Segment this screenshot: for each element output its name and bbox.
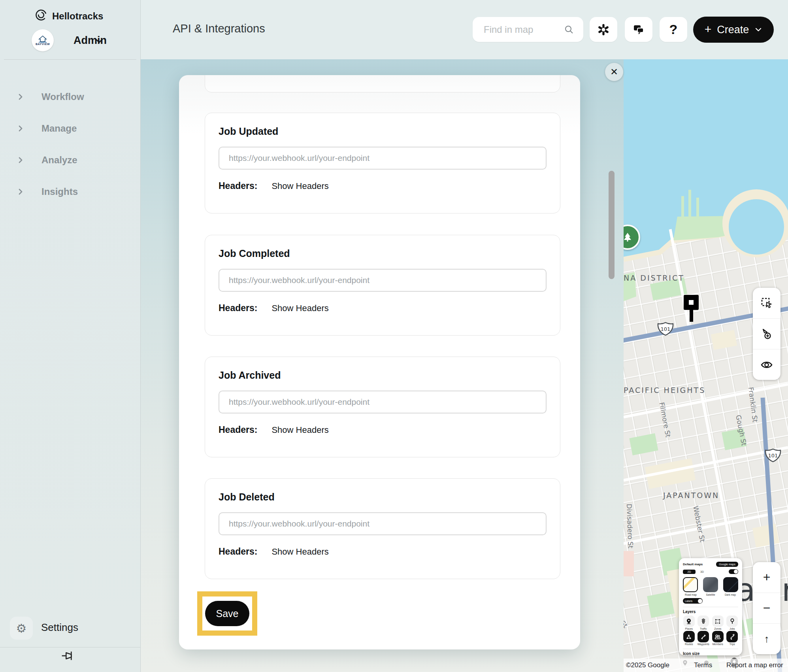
chevron-right-icon (17, 124, 25, 133)
layer-waypoints[interactable]: Waypoints (698, 631, 710, 646)
map-zoom-panel: + − ↑ (753, 562, 780, 654)
sidebar-item-workflow[interactable]: Workflow (0, 88, 140, 106)
sidebar-divider (0, 647, 140, 647)
map-terms-link[interactable]: Terms (694, 661, 712, 669)
modal-scrollbar-thumb[interactable] (609, 171, 615, 279)
openai-icon (597, 23, 610, 36)
save-highlight-annotation: Save (197, 591, 257, 636)
zones-icon (715, 619, 720, 624)
section-title: Job Archived (219, 370, 560, 381)
webhook-card-job-updated: Job Updated Headers: Show Headers (205, 113, 560, 213)
sidebar: Hellotracks BAYVIEW Admin Workflow Manag… (0, 0, 141, 672)
help-button[interactable]: ? (660, 17, 687, 42)
headers-label: Headers: (219, 546, 257, 557)
chat-button[interactable] (625, 17, 652, 42)
webhook-card-job-deleted: Job Deleted Headers: Show Headers (205, 478, 560, 579)
layer-zones[interactable]: Zones (712, 615, 724, 630)
app-window: a r NA DISTRICT PACIFIC HEIGHTS JAPANTOW… (0, 0, 788, 672)
routes-icon (686, 634, 692, 640)
map-attribution: ©2025 Google Terms Report a map error (624, 659, 788, 672)
search-input[interactable] (483, 24, 564, 36)
chevron-down-icon[interactable] (95, 38, 104, 45)
headers-label: Headers: (219, 425, 257, 435)
webhook-url-input[interactable] (219, 147, 547, 170)
chevron-right-icon (17, 156, 25, 164)
layer-members[interactable]: Members (712, 631, 724, 646)
google-maps-button[interactable]: Google maps (716, 562, 738, 567)
gear-icon: ⚙ (16, 621, 27, 635)
layer-traffic[interactable]: Traffic (698, 615, 710, 630)
chevron-right-icon (17, 92, 25, 101)
webhook-card-job-archived: Job Archived Headers: Show Headers (205, 357, 560, 457)
marquee-select-button[interactable] (753, 288, 780, 319)
add-place-cursor-button[interactable] (753, 319, 780, 349)
create-button[interactable]: + Create (693, 17, 774, 43)
dark-map-thumb[interactable] (723, 577, 738, 592)
map-mode-toggle[interactable] (729, 569, 738, 574)
webhook-url-input[interactable] (219, 512, 547, 535)
layers-title: Layers (683, 610, 738, 614)
show-headers-link[interactable]: Show Headers (271, 547, 328, 557)
section-title: Job Deleted (219, 491, 560, 503)
section-title: Job Completed (219, 248, 560, 259)
map-search (473, 17, 583, 42)
places-icon (686, 618, 692, 624)
recenter-button[interactable]: ↑ (753, 624, 780, 654)
traffic-icon (701, 618, 706, 624)
show-headers-link[interactable]: Show Headers (271, 303, 328, 313)
satellite-label: Satellite (703, 593, 718, 596)
mode-3d-label[interactable]: 3D (700, 570, 704, 573)
road-map-label: Road map (683, 593, 699, 596)
webhook-url-input[interactable] (219, 391, 547, 413)
map-canvas[interactable]: a r NA DISTRICT PACIFIC HEIGHTS JAPANTOW… (624, 59, 788, 672)
pin-sidebar-icon[interactable] (60, 651, 76, 661)
map-tools-panel (753, 288, 780, 380)
show-headers-link[interactable]: Show Headers (271, 181, 328, 191)
dark-map-label: Dark map (722, 593, 738, 596)
road-map-thumb[interactable] (683, 577, 698, 592)
map-street-label: Divisadero St (625, 504, 635, 549)
sidebar-item-insights[interactable]: Insights (0, 183, 140, 201)
section-title: Job Updated (219, 126, 560, 137)
satellite-thumb[interactable] (703, 577, 718, 592)
route-101-shield: 101 (657, 322, 674, 336)
visibility-button[interactable] (753, 349, 780, 380)
headers-label: Headers: (219, 181, 257, 191)
save-button[interactable]: Save (205, 601, 249, 626)
close-button[interactable]: ✕ (605, 63, 623, 81)
sidebar-item-manage[interactable]: Manage (0, 119, 140, 138)
waypoints-icon (701, 634, 706, 640)
zoom-out-button[interactable]: − (753, 593, 780, 624)
map-district-label: JAPANTOWN (663, 491, 719, 500)
layer-jobs[interactable]: Jobs (726, 615, 739, 630)
zoom-in-button[interactable]: + (753, 562, 780, 593)
marquee-select-icon (761, 297, 773, 309)
job-pin-marker[interactable] (684, 295, 699, 323)
jobs-icon (730, 618, 735, 624)
ai-assistant-button[interactable] (590, 17, 617, 42)
map-report-error-link[interactable]: Report a map error (726, 661, 783, 669)
settings-label[interactable]: Settings (41, 621, 78, 634)
mode-2d-button[interactable]: 2D (683, 570, 696, 574)
icon-size-title: Icon size (683, 651, 738, 656)
bayview-house-icon (38, 36, 48, 43)
account-avatar[interactable]: BAYVIEW (32, 29, 54, 51)
layer-routes[interactable]: Routes (683, 631, 695, 646)
settings-button[interactable]: ⚙ (10, 617, 33, 640)
labels-toggle[interactable]: Labels (683, 598, 703, 604)
eye-icon (760, 360, 773, 370)
map-district-label: NA DISTRICT (624, 274, 684, 282)
sidebar-divider (4, 59, 136, 60)
chat-bubbles-icon (632, 24, 645, 36)
sidebar-item-analyze[interactable]: Analyze (0, 151, 140, 169)
close-icon: ✕ (610, 66, 618, 77)
layer-places[interactable]: Places (683, 615, 695, 630)
show-headers-link[interactable]: Show Headers (271, 425, 328, 435)
chevron-right-icon (17, 187, 25, 196)
webhook-url-input[interactable] (219, 269, 547, 292)
layer-trips[interactable]: Trips (726, 631, 739, 646)
chevron-down-icon (754, 26, 762, 33)
cursor-add-icon (761, 328, 773, 340)
members-icon (714, 634, 721, 640)
brand-name: Hellotracks (52, 11, 103, 22)
